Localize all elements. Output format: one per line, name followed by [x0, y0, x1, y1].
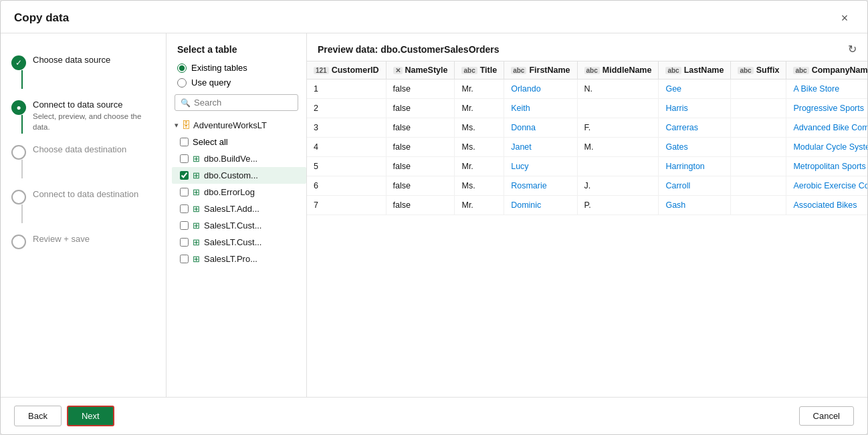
- cell-customerid: 3: [307, 118, 386, 138]
- table-checkbox-5[interactable]: [180, 238, 189, 247]
- col-firstname: abcFirstName: [504, 61, 577, 80]
- cell-firstname: Donna: [504, 118, 577, 138]
- cell-namestyle: false: [386, 157, 455, 176]
- connector-4: [21, 204, 23, 223]
- item-label-4: SalesLT.Cust...: [204, 221, 261, 231]
- step-icon-review-save: [11, 235, 26, 249]
- wizard-steps: ✓ Choose data source ● Connect to data s…: [1, 33, 167, 397]
- list-item[interactable]: ⊞ dbo.Custom...: [172, 167, 306, 184]
- cell-middlename: J.: [577, 176, 659, 196]
- cell-firstname: Dominic: [504, 196, 577, 215]
- tree-children: Select all ⊞ dbo.BuildVe... ⊞ dbo.Custom…: [167, 134, 306, 267]
- next-button[interactable]: Next: [67, 406, 114, 426]
- cell-title: Ms.: [455, 176, 504, 196]
- cell-suffix: [731, 118, 786, 138]
- cell-firstname: Janet: [504, 138, 577, 157]
- list-item[interactable]: ⊞ dbo.BuildVe...: [172, 150, 306, 167]
- search-icon: 🔍: [181, 98, 191, 108]
- table-checkbox-0[interactable]: [180, 154, 189, 163]
- step-icon-choose-source: ✓: [11, 55, 26, 70]
- item-label-1: dbo.Custom...: [204, 170, 258, 180]
- list-item[interactable]: ⊞ SalesLT.Cust...: [172, 234, 306, 251]
- cell-lastname: Harris: [659, 99, 731, 118]
- preview-title: Preview data: dbo.CustomerSalesOrders: [318, 44, 500, 55]
- radio-existing-input[interactable]: [177, 63, 187, 73]
- select-all-row[interactable]: Select all: [172, 134, 306, 150]
- list-item[interactable]: ⊞ SalesLT.Cust...: [172, 217, 306, 234]
- cell-firstname: Orlando: [504, 80, 577, 99]
- radio-query[interactable]: Use query: [177, 78, 296, 88]
- footer-left: Back Next: [14, 406, 114, 426]
- connector-2: [21, 115, 23, 134]
- table-checkbox-3[interactable]: [180, 204, 189, 213]
- step-icon-connect-source: ●: [11, 100, 26, 115]
- cell-suffix: [731, 99, 786, 118]
- step-choose-dest: Choose data destination: [11, 139, 155, 184]
- table-icon: ⊞: [193, 254, 200, 264]
- col-companyname: abcCompanyName: [786, 61, 867, 80]
- cell-suffix: [731, 176, 786, 196]
- cell-namestyle: false: [386, 138, 455, 157]
- close-button[interactable]: ×: [835, 9, 854, 27]
- select-all-label: Select all: [193, 137, 228, 147]
- panel-title: Select a table: [167, 44, 306, 63]
- item-label-3: SalesLT.Add...: [204, 204, 259, 214]
- back-button[interactable]: Back: [14, 406, 62, 426]
- table-checkbox-2[interactable]: [180, 188, 189, 196]
- table-checkbox-6[interactable]: [180, 255, 189, 263]
- cell-lastname: Gee: [659, 80, 731, 99]
- refresh-button[interactable]: ↻: [848, 43, 857, 55]
- col-title: abcTitle: [455, 61, 504, 80]
- step-label-choose-source: Choose data source: [33, 55, 110, 65]
- item-label-6: SalesLT.Pro...: [204, 254, 257, 264]
- step-icon-connect-dest: [11, 190, 26, 204]
- preview-header: Preview data: dbo.CustomerSalesOrders ↻: [307, 33, 867, 61]
- table-icon: ⊞: [193, 221, 200, 231]
- cell-title: Mr.: [455, 157, 504, 176]
- cell-companyname: Progressive Sports: [786, 99, 867, 118]
- step-connect-source: ● Connect to data source Select, preview…: [11, 94, 155, 139]
- copy-data-dialog: Copy data × ✓ Choose data source ●: [0, 0, 868, 435]
- dialog-title: Copy data: [14, 11, 69, 25]
- cell-firstname: Keith: [504, 99, 577, 118]
- cell-lastname: Harrington: [659, 157, 731, 176]
- cell-title: Mr.: [455, 99, 504, 118]
- table-checkbox-1[interactable]: [180, 171, 189, 180]
- table-icon: ⊞: [193, 204, 200, 214]
- table-row: 5falseMr.LucyHarringtonMetropolitan Spor…: [307, 157, 867, 176]
- radio-existing[interactable]: Existing tables: [177, 63, 296, 73]
- select-all-checkbox[interactable]: [180, 138, 189, 146]
- cell-firstname: Lucy: [504, 157, 577, 176]
- dialog-body: ✓ Choose data source ● Connect to data s…: [1, 33, 867, 397]
- tree-parent-adventureworks[interactable]: ▾ 🗄 AdventureWorksLT: [167, 116, 306, 134]
- tree-parent-label: AdventureWorksLT: [193, 120, 267, 130]
- step-label-connect-source: Connect to data source: [33, 100, 155, 110]
- table-row: 2falseMr.KeithHarrisProgressive Sportsad…: [307, 99, 867, 118]
- table-row: 3falseMs.DonnaF.CarrerasAdvanced Bike Co…: [307, 118, 867, 138]
- cell-suffix: [731, 138, 786, 157]
- cell-middlename: M.: [577, 138, 659, 157]
- list-item[interactable]: ⊞ dbo.ErrorLog: [172, 184, 306, 200]
- list-item[interactable]: ⊞ SalesLT.Pro...: [172, 251, 306, 267]
- step-choose-source: ✓ Choose data source: [11, 49, 155, 94]
- radio-query-label: Use query: [191, 78, 231, 88]
- list-item[interactable]: ⊞ SalesLT.Add...: [172, 200, 306, 217]
- step-review-save: Review + save: [11, 229, 155, 255]
- table-checkbox-4[interactable]: [180, 221, 189, 230]
- cell-middlename: [577, 157, 659, 176]
- radio-query-input[interactable]: [177, 78, 187, 88]
- cell-middlename: F.: [577, 118, 659, 138]
- step-connect-dest: Connect to data destination: [11, 184, 155, 229]
- search-input[interactable]: [194, 98, 292, 108]
- cancel-button[interactable]: Cancel: [799, 406, 854, 426]
- cell-suffix: [731, 157, 786, 176]
- preview-table-wrap[interactable]: 121CustomerID ✕NameStyle abcTitle abcFir…: [307, 61, 867, 397]
- cell-companyname: Advanced Bike Components: [786, 118, 867, 138]
- item-label-2: dbo.ErrorLog: [204, 187, 255, 197]
- col-middlename: abcMiddleName: [577, 61, 659, 80]
- chevron-icon: ▾: [175, 121, 179, 130]
- connector-1: [21, 70, 23, 89]
- cell-customerid: 6: [307, 176, 386, 196]
- cell-title: Mr.: [455, 80, 504, 99]
- cell-customerid: 4: [307, 138, 386, 157]
